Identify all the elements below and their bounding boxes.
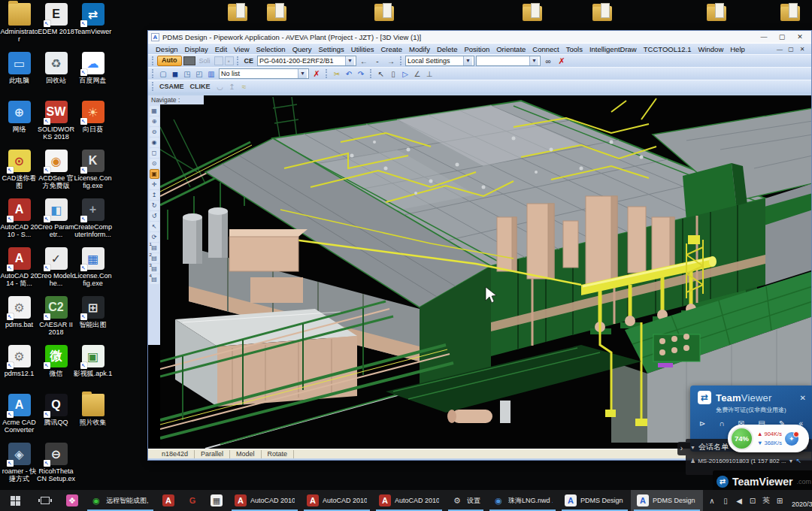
goggles-icon[interactable]: ∞ [542, 56, 554, 66]
menu-item[interactable]: Edit [212, 45, 230, 53]
view-tool-button[interactable]: 4 ▤ [150, 274, 159, 284]
minimize-button[interactable]: — [756, 32, 772, 42]
view-tool-button[interactable]: ▣ [150, 169, 159, 179]
menu-item[interactable]: Display [182, 45, 211, 53]
view-tool-button[interactable]: ↻ [150, 201, 159, 210]
menu-item[interactable]: Position [461, 45, 492, 53]
desktop-icon[interactable]: ◧ Creo Parametr... [38, 198, 74, 245]
tray-icon[interactable]: ⊞ [774, 497, 786, 505]
desktop-icon[interactable]: ⊞ 智能出图 [74, 296, 111, 343]
view-tool-button[interactable]: ◻ [150, 148, 159, 158]
triangle-down-icon[interactable]: ▼ [690, 445, 695, 450]
desktop-icon[interactable]: 照片收集 [74, 394, 111, 440]
desktop-icon[interactable]: ⊖ RicohThetaCN Setup.exe [38, 443, 74, 489]
top-folder-icon[interactable] [267, 6, 286, 21]
menu-item[interactable]: Connect [529, 45, 562, 53]
nav-forward-button[interactable]: → [385, 56, 397, 66]
desktop-icon[interactable]: K License.Config.exe [74, 150, 111, 196]
menu-item[interactable]: IntelligentDraw [586, 45, 640, 53]
toolbar-icon[interactable]: ≈ [238, 81, 250, 92]
taskbar-button[interactable]: ◉ 远程智能成图, ... [84, 490, 156, 511]
desktop-icon[interactable]: ◈ roamer - 快捷方式 [1, 443, 38, 489]
top-folder-icon[interactable] [523, 6, 542, 21]
desktop-icon[interactable]: 微 微信 [38, 345, 74, 392]
tray-icon[interactable]: 英 [760, 495, 772, 506]
view-tool-button[interactable]: ↺ [150, 211, 159, 221]
view-tool-button[interactable]: 2 ▤ [150, 253, 159, 263]
top-folder-icon[interactable] [592, 6, 612, 21]
desktop-icon[interactable]: ⚙ pdms12.1 [1, 345, 38, 392]
csame-button[interactable]: CSAME [157, 81, 186, 92]
menu-item[interactable]: View [231, 45, 252, 53]
nav-back-button[interactable]: ← [358, 56, 370, 66]
toolbar-icon[interactable]: ◳ [181, 68, 193, 79]
tray-icon[interactable]: ◀ [733, 497, 745, 505]
menu-item[interactable]: TCCTOOL12.1 [641, 45, 695, 53]
view-tool-button[interactable]: ▦ [150, 106, 159, 116]
desktop-icon[interactable]: A AutoCAD 2010 - S... [1, 198, 38, 245]
view-tool-button[interactable]: ⊕ [150, 116, 159, 126]
desktop-icon[interactable]: ⚙ pdms.bat [1, 296, 38, 343]
session-item[interactable]: ♟ MS-201609101803 (1 157 802 ... ▼ ↖ [690, 457, 807, 464]
session-collapse-tab[interactable]: › [677, 442, 686, 455]
view-tool-button[interactable]: ✛ [150, 180, 159, 189]
menu-item[interactable]: Create [377, 45, 405, 53]
connection-speed-overlay[interactable]: 74% ▲ 904K/s ▼ 368K/s ✦ [728, 425, 809, 452]
toolbar-icon[interactable]: ▥ [205, 68, 217, 79]
menu-item[interactable]: Utilities [348, 45, 377, 53]
menu-item[interactable]: Orientate [493, 45, 529, 53]
chevron-down-icon[interactable]: ▼ [345, 56, 354, 65]
tray-icon[interactable]: ⊡ [747, 497, 759, 505]
menu-item[interactable]: Query [289, 45, 315, 53]
taskbar-button[interactable]: A PDMS Design ... [631, 490, 703, 511]
view-tool-button[interactable]: ↖ [150, 222, 159, 231]
desktop-icon[interactable]: ⊙ CAD迷你看图 [1, 150, 38, 196]
teamviewer-tool-icon[interactable]: ∩ [720, 419, 725, 428]
toolbar-grip[interactable] [152, 69, 154, 78]
toolbar-icon[interactable]: ⊥ [423, 68, 435, 79]
view-tool-button[interactable]: ↥ [150, 190, 159, 200]
teamviewer-tool-icon[interactable]: ⊳ [699, 419, 705, 428]
triangle-down-icon[interactable]: ▼ [789, 458, 794, 464]
taskbar-button[interactable]: ▦ [205, 490, 229, 511]
hold-button[interactable] [214, 56, 223, 65]
view-tool-button[interactable]: 1 ▤ [150, 243, 159, 252]
view-tool-button[interactable]: ⟳ [150, 232, 159, 242]
menu-item[interactable]: Modify [406, 45, 433, 53]
desktop-icon[interactable]: ♻ 回收站 [38, 52, 74, 98]
start-button[interactable] [0, 490, 30, 511]
search-combobox[interactable]: ▼ [476, 56, 541, 66]
view-tool-button[interactable]: ⊙ [150, 159, 159, 168]
menu-item[interactable]: Help [727, 45, 748, 53]
toolbar-icon[interactable]: ✂ [331, 68, 343, 79]
close-toolbar-icon[interactable]: ✗ [556, 56, 568, 66]
desktop-icon[interactable]: ▣ 影视狐.apk.1 [74, 345, 111, 392]
tray-icon[interactable]: ▯ [720, 497, 732, 505]
desktop-icon[interactable]: A Acme CAD Converter [1, 394, 38, 440]
view-tool-button[interactable]: ◉ [150, 138, 159, 147]
toolbar-icon[interactable]: ↥ [226, 81, 238, 92]
title-bar[interactable]: A PDMS Design - Pipework Application - A… [148, 31, 811, 43]
taskbar-button[interactable]: A [156, 490, 180, 511]
desktop-icon[interactable]: ▦ License.Config.exe [74, 247, 111, 294]
top-folder-icon[interactable] [707, 6, 726, 21]
toolbar-grip[interactable] [152, 82, 154, 91]
toolbar-icon[interactable]: ∠ [411, 68, 423, 79]
menu-item[interactable]: Tools [563, 45, 586, 53]
desktop-icon[interactable]: ⊕ 网络 [1, 101, 38, 147]
mdi-restore-button[interactable]: ▢ [786, 46, 795, 53]
mdi-minimize-button[interactable]: — [775, 46, 784, 53]
menu-item[interactable]: Settings [316, 45, 347, 53]
toolbar-icon[interactable]: ◼ [169, 68, 181, 79]
toolbar-icon[interactable]: ▯ [387, 68, 399, 79]
taskbar-button[interactable]: A PDMS Design ... [559, 490, 631, 511]
toolbar-icon[interactable]: ▷ [399, 68, 411, 79]
chevron-down-icon[interactable]: ▼ [298, 69, 307, 78]
menu-item[interactable]: Selection [253, 45, 289, 53]
desktop-icon[interactable]: SW SOLIDWORKS 2018 [38, 101, 74, 147]
taskbar-clock[interactable]: 上午 1:55 2020/3/17 星期二 [789, 490, 812, 511]
settings-combobox[interactable]: Local Settings ▼ [405, 56, 474, 66]
desktop-icon[interactable]: A AutoCAD 2014 - 简... [1, 247, 38, 294]
toolbar-grip[interactable] [370, 69, 372, 78]
desktop-icon[interactable]: ☀ 向日葵 [74, 101, 111, 147]
